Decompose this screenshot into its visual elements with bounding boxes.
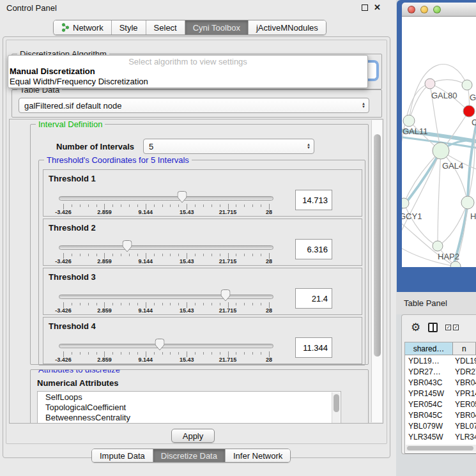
tab-style[interactable]: Style: [111, 20, 146, 35]
node-right[interactable]: [461, 196, 474, 209]
column-header-name[interactable]: n: [453, 342, 476, 355]
table-row[interactable]: YBL079WYBL079W: [405, 420, 476, 431]
tab-impute-data[interactable]: Impute Data: [92, 449, 153, 462]
node-selected-red[interactable]: [463, 105, 475, 117]
attributes-list-scrollbar[interactable]: [332, 392, 340, 424]
table-row[interactable]: YBR043CYBR043C: [405, 377, 476, 388]
node-gal4[interactable]: [433, 142, 449, 159]
apply-button[interactable]: Apply: [171, 429, 215, 443]
network-view-window[interactable]: GAL80 GAL11 GAL4 GCY1 HAP2 GA C H: [397, 0, 476, 292]
threshold-3-slider-thumb[interactable]: [221, 289, 231, 302]
checkbox-icon[interactable]: ✓: [445, 325, 451, 330]
column-header-shared-name[interactable]: shared…: [405, 342, 453, 355]
node-label-gal11: GAL11: [403, 127, 428, 136]
table-row[interactable]: YLR345WYLR345W: [405, 431, 476, 442]
close-traffic-light-icon[interactable]: [408, 6, 415, 13]
table-panel-box: ⚙ ✓ ✓ shared… n YDL19…YDL19… YDR27…YDR27…: [401, 314, 476, 454]
bottom-tab-bar: Impute Data Discretize Data Infer Networ…: [91, 449, 291, 463]
scrollbar-thumb[interactable]: [374, 134, 381, 357]
list-item[interactable]: TopologicalCoefficient: [38, 402, 341, 412]
numerical-attributes-list[interactable]: SelfLoops TopologicalCoefficient Between…: [37, 391, 341, 424]
network-graph: GAL80 GAL11 GAL4 GCY1 HAP2 GA C H: [402, 17, 476, 267]
table-horizontal-scrollbar[interactable]: [406, 445, 476, 452]
threshold-2-label: Threshold 2: [49, 223, 96, 233]
tab-cyni-toolbox[interactable]: Cyni Toolbox: [185, 20, 248, 35]
threshold-2-value-field[interactable]: 6.316: [295, 239, 332, 259]
node-label-hap2: HAP2: [438, 252, 459, 261]
table-row[interactable]: YDR27…YDR27…: [405, 366, 476, 377]
settings-scrollpane: Interval Definition Number of Intervals …: [9, 119, 383, 424]
zoom-traffic-light-icon[interactable]: [433, 6, 441, 13]
dropdown-option-equal-width-frequency[interactable]: Equal Width/Frequency Discretization: [8, 77, 367, 87]
node-label-gcy1: GCY1: [402, 211, 422, 221]
threshold-1-slider-thumb[interactable]: [177, 191, 187, 203]
node-partial-bottom[interactable]: [450, 261, 461, 267]
minimize-traffic-light-icon[interactable]: [420, 6, 428, 13]
numerical-attributes-label: Numerical Attributes: [37, 378, 118, 388]
dropdown-placeholder-option[interactable]: Select algorithm to view settings: [8, 56, 367, 66]
num-intervals-label: Number of Intervals: [56, 142, 134, 151]
list-item[interactable]: BetweennessCentrality: [38, 412, 341, 422]
table-row[interactable]: YDL19…YDL19…: [405, 355, 476, 366]
threshold-4-value-field[interactable]: 11.344: [295, 337, 332, 358]
split-columns-icon[interactable]: [428, 323, 438, 332]
threshold-3-value-field[interactable]: 21.4: [295, 288, 332, 309]
network-canvas[interactable]: GAL80 GAL11 GAL4 GCY1 HAP2 GA C H: [402, 17, 476, 267]
table-data-combobox[interactable]: galFiltered.sif default node ▲▼: [19, 98, 369, 113]
table-row[interactable]: YER054CYER054C: [405, 399, 476, 410]
gear-icon[interactable]: ⚙: [411, 322, 420, 333]
node-label-gal80: GAL80: [431, 91, 457, 100]
network-window-titlebar[interactable]: [402, 3, 476, 17]
combo-stepper-icon: ▲▼: [362, 102, 365, 109]
table-row[interactable]: YPR145WYPR145W: [405, 388, 476, 399]
node-table: shared… n YDL19…YDL19… YDR27…YDR27… YBR0…: [404, 342, 476, 454]
num-intervals-value: 5: [149, 142, 153, 151]
tab-network[interactable]: Network: [54, 20, 111, 35]
dropdown-option-manual-discretization[interactable]: Manual Discretization: [8, 66, 367, 77]
threshold-4-slider-thumb[interactable]: [155, 339, 165, 351]
node-gal11[interactable]: [403, 115, 415, 127]
threshold-1-value-field[interactable]: 14.713: [295, 190, 332, 210]
attributes-group-title: Attributes to discretize: [36, 369, 123, 374]
attributes-group: Attributes to discretize Numerical Attri…: [30, 369, 369, 424]
panel-title: Control Panel: [6, 3, 57, 13]
node-label-partial-g: GA: [470, 93, 476, 102]
tab-infer-network[interactable]: Infer Network: [225, 449, 290, 462]
thresholds-group-title: Threshold's Coordinates for 5 Intervals: [44, 155, 192, 165]
node-label-gal4: GAL4: [442, 161, 463, 171]
close-icon[interactable]: ✕: [374, 4, 381, 11]
table-panel-title: Table Panel: [404, 298, 447, 308]
scrollbar-thumb[interactable]: [407, 446, 473, 450]
table-row[interactable]: YIL053CYIL053C: [405, 442, 476, 443]
table-panel-toolbar: ⚙ ✓ ✓: [402, 318, 476, 337]
node-label-partial-c: C: [472, 118, 476, 127]
num-intervals-combobox[interactable]: 5 ▲▼: [143, 139, 314, 154]
settings-vertical-scrollbar[interactable]: [371, 120, 382, 422]
list-item[interactable]: SelfLoops: [38, 392, 341, 402]
tab-discretize-data[interactable]: Discretize Data: [153, 449, 225, 462]
float-window-icon[interactable]: [362, 4, 368, 11]
tab-select[interactable]: Select: [146, 20, 185, 35]
top-tab-bar: Network Style Select Cyni Toolbox jActiv…: [53, 20, 326, 35]
node-gcy1[interactable]: [402, 198, 409, 208]
table-data-group: Table Data galFiltered.sif default node …: [12, 89, 382, 118]
threshold-2-slider-thumb[interactable]: [122, 240, 132, 252]
combo-stepper-icon: ▲▼: [307, 143, 311, 150]
threshold-2-tick-labels: -3.426 2.859 9.144 15.43 21.715 28: [63, 258, 269, 265]
table-header-row: shared… n: [405, 342, 476, 355]
table-panel-header: Table Panel: [396, 292, 476, 314]
threshold-4-tick-labels: -3.426 2.859 9.144 15.43 21.715 28: [63, 357, 269, 363]
node-hap2[interactable]: [433, 241, 443, 251]
node-partial-top-right[interactable]: [462, 80, 472, 90]
threshold-3-tick-labels: -3.426 2.859 9.144 15.43 21.715 28: [63, 307, 269, 314]
table-row[interactable]: YBR045CYBR045C: [405, 410, 476, 420]
threshold-4-label: Threshold 4: [49, 321, 96, 331]
right-column: GAL80 GAL11 GAL4 GCY1 HAP2 GA C H Table …: [396, 0, 476, 476]
threshold-panel-1: Threshold 1 -3.426 2.859 9.144 15.43 21.…: [43, 169, 362, 217]
tab-jactivemnodules[interactable]: jActiveMNodules: [248, 20, 326, 35]
table-data-combobox-value: galFiltered.sif default node: [24, 101, 121, 111]
network-icon: [61, 23, 70, 32]
node-gal80[interactable]: [425, 79, 435, 89]
checkbox-icon[interactable]: ✓: [453, 325, 459, 330]
threshold-panel-4: Threshold 4 -3.426 2.859 9.144 15.43 21.…: [43, 317, 362, 364]
